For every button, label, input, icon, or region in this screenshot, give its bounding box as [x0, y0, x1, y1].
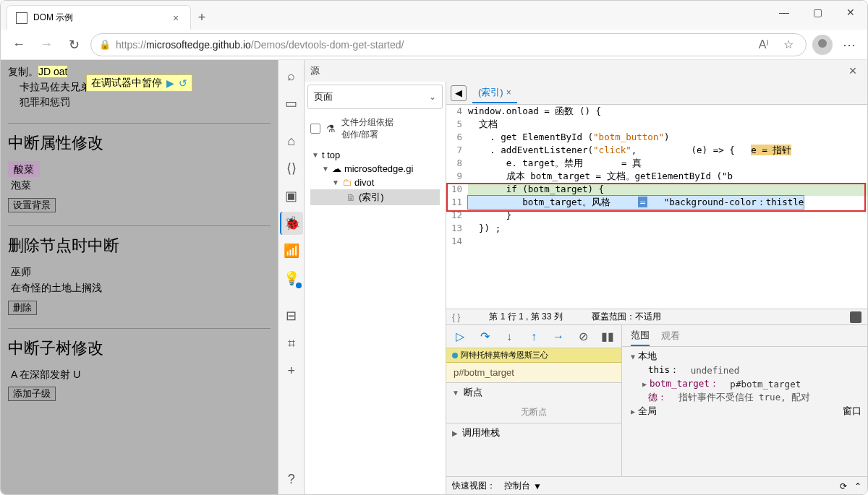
dock-icon[interactable]: ⟳	[840, 481, 847, 491]
read-aloud-icon[interactable]: A⁾	[754, 35, 774, 55]
profile-avatar[interactable]	[812, 35, 833, 55]
drawer-footer: 快速视图： 控制台▼ ⟳ ⌃	[446, 476, 867, 495]
inspect-icon[interactable]: ⌕	[280, 64, 303, 87]
step-out-button[interactable]: ↑	[526, 329, 542, 345]
file-tab[interactable]: (索引)×	[472, 83, 517, 103]
lightbulb-icon[interactable]: 💡	[280, 267, 303, 290]
section-heading: 中断属性修改	[8, 132, 271, 154]
devtools-toolbar: ⌕ ▭ ⌂ ⟨⟩ ▣ 🐞 📶 💡 ⊟ ⌗ + ?	[278, 60, 305, 495]
breakpoints-header[interactable]: ▼断点	[446, 383, 621, 402]
cpu-icon[interactable]: ⌗	[280, 332, 303, 355]
call-header: 阿特托特莫特考恩斯三心	[446, 348, 621, 363]
console-select[interactable]: 控制台▼	[504, 480, 542, 492]
device-icon[interactable]: ▭	[280, 92, 303, 115]
list-item: 在奇怪的土地上搁浅	[8, 280, 271, 296]
close-file-icon[interactable]: ×	[506, 87, 511, 98]
panel-title: 源	[310, 64, 320, 77]
back-button[interactable]: ←	[8, 34, 30, 56]
status-bar: { } 第 1 行 1 , 第 33 列 覆盖范围：不适用	[446, 309, 867, 324]
call-target[interactable]: p#botm_target	[446, 363, 621, 382]
favorite-icon[interactable]: ☆	[778, 35, 799, 55]
file-icon: 🗎	[346, 192, 356, 203]
lock-icon: 🔒	[98, 38, 111, 51]
section-heading: 中断子树修改	[8, 337, 271, 359]
tab-watch[interactable]: 观看	[661, 327, 680, 345]
code-editor[interactable]: 4567891011121314 window.onload = 函数 () {…	[446, 105, 867, 309]
pause-exc-button[interactable]: ▮▮	[600, 329, 616, 345]
devtools-panel: 源 × 页面⌄ ⚗ 文件分组依据创作/部署 ▼t top ▼☁microsoft…	[305, 60, 867, 495]
step-button[interactable]: →	[550, 329, 566, 345]
close-devtools-icon[interactable]: ×	[844, 62, 861, 79]
browser-tab[interactable]: DOM 示例 ×	[7, 5, 191, 30]
tab-favicon-icon	[16, 12, 27, 24]
folder-icon: 🗀	[342, 177, 352, 188]
cloud-icon: ☁	[332, 163, 341, 174]
resume-button[interactable]: ▷	[452, 329, 468, 345]
step-icon[interactable]: ↺	[179, 77, 187, 89]
tab-title: DOM 示例	[33, 12, 164, 24]
elements-icon[interactable]: ⟨⟩	[280, 157, 303, 180]
step-over-button[interactable]: ↷	[477, 329, 493, 345]
list-item: A 在深部发射 U	[8, 366, 271, 382]
perf-icon[interactable]	[850, 311, 861, 323]
network-icon[interactable]: 📶	[280, 239, 303, 262]
add-panel-icon[interactable]: +	[280, 359, 303, 382]
new-tab-button[interactable]: +	[191, 5, 213, 30]
set-background-button[interactable]: 设置背景	[8, 198, 56, 212]
forward-button: →	[35, 34, 57, 56]
step-into-button[interactable]: ↓	[501, 329, 517, 345]
help-icon[interactable]: ?	[280, 468, 303, 491]
chevron-down-icon: ⌄	[429, 92, 436, 102]
url-text: https://microsoftedge.github.io/Demos/de…	[116, 39, 404, 51]
sources-navigator: 页面⌄ ⚗ 文件分组依据创作/部署 ▼t top ▼☁microsoftedge…	[305, 82, 446, 495]
memory-icon[interactable]: ⊟	[280, 304, 303, 327]
delete-button[interactable]: 删除	[8, 301, 37, 315]
flask-icon: ⚗	[326, 123, 336, 134]
nav-back-icon[interactable]: ◀	[451, 85, 467, 101]
list-item: 酸菜	[8, 161, 40, 177]
add-child-button[interactable]: 添加子级	[8, 387, 56, 401]
close-tab-icon[interactable]: ×	[170, 12, 182, 24]
checkbox[interactable]	[310, 124, 320, 134]
tab-scope[interactable]: 范围	[631, 326, 650, 346]
page-tab-select[interactable]: 页面⌄	[307, 85, 443, 109]
close-window-button[interactable]: ✕	[834, 1, 867, 24]
titlebar: DOM 示例 × + — ▢ ✕	[1, 1, 867, 30]
refresh-button[interactable]: ↻	[63, 34, 85, 56]
sources-icon[interactable]: 🐞	[280, 212, 303, 235]
address-row: ← → ↻ 🔒 https://microsoftedge.github.io/…	[1, 30, 867, 60]
address-bar[interactable]: 🔒 https://microsoftedge.github.io/Demos/…	[90, 33, 807, 56]
menu-button[interactable]: ⋯	[838, 34, 860, 56]
callstack-header[interactable]: ▶调用堆栈	[446, 423, 621, 442]
expand-drawer-icon[interactable]: ⌃	[854, 481, 861, 491]
maximize-button[interactable]: ▢	[801, 1, 834, 24]
deactivate-bp-button[interactable]: ⊘	[575, 329, 591, 345]
minimize-button[interactable]: —	[767, 1, 801, 24]
home-icon[interactable]: ⌂	[280, 129, 303, 152]
console-icon[interactable]: ▣	[280, 184, 303, 207]
page-content: 复制。JD oat 在调试器中暂停 ▶ ↺ 卡拉马佐夫兄弟 犯罪和惩罚 中断属性…	[1, 60, 278, 495]
list-item: 巫师	[8, 264, 271, 280]
debugger-toolbar: ▷ ↷ ↓ ↑ → ⊘ ▮▮	[446, 325, 621, 348]
resume-icon[interactable]: ▶	[166, 77, 174, 89]
list-item: 泡菜	[8, 177, 271, 193]
tree-file-selected[interactable]: 🗎(索引)	[310, 189, 440, 205]
debugger-paused-banner: 在调试器中暂停 ▶ ↺	[86, 74, 192, 92]
section-heading: 删除节点时中断	[8, 235, 271, 257]
